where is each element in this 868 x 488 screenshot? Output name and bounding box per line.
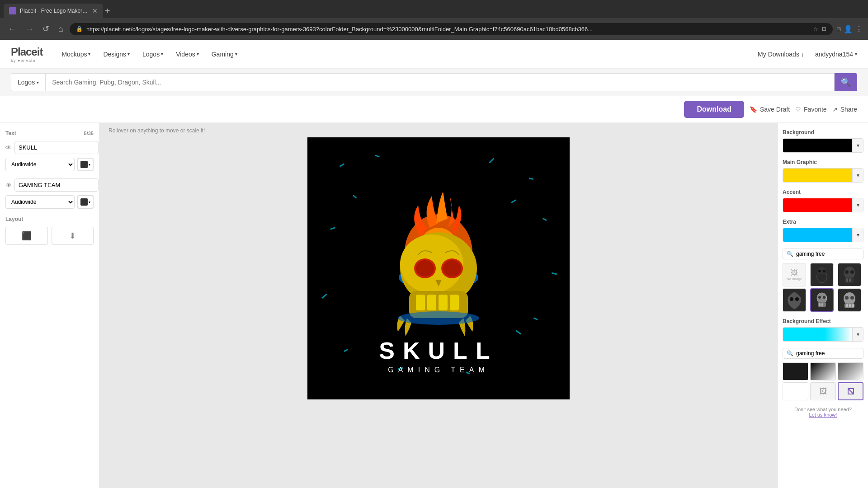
skull-graphic bbox=[397, 232, 479, 336]
graphic-thumb-3[interactable] bbox=[783, 288, 806, 312]
layout-buttons: ⬛ ⬇ bbox=[5, 227, 94, 245]
profile-icon[interactable]: 👤 bbox=[844, 25, 853, 33]
layout-left-icon: ⬛ bbox=[22, 231, 32, 241]
main-graphic-arrow[interactable]: ▾ bbox=[852, 169, 863, 182]
char-count: 5/35 bbox=[84, 131, 94, 136]
tab-favicon bbox=[9, 7, 16, 14]
share-icon: ↗ bbox=[832, 106, 838, 113]
dont-see-text: Don't see what you need? bbox=[783, 407, 863, 412]
svg-point-45 bbox=[818, 296, 821, 299]
logo-byline: by ●envato bbox=[11, 58, 42, 63]
text-section-header: Text 5/35 bbox=[5, 130, 94, 136]
nav-back-button[interactable]: ← bbox=[5, 23, 19, 36]
accent-arrow[interactable]: ▾ bbox=[852, 198, 863, 212]
main-graphic-color-row[interactable]: ▾ bbox=[783, 168, 863, 183]
graphic-thumb-no-image[interactable]: 🖼 No Image bbox=[783, 263, 806, 286]
svg-rect-29 bbox=[439, 295, 448, 310]
background-color-row[interactable]: ▾ bbox=[783, 138, 863, 153]
svg-rect-2 bbox=[489, 158, 494, 163]
nav-refresh-button[interactable]: ↺ bbox=[40, 22, 52, 36]
nav-item-logos[interactable]: Logos ▾ bbox=[142, 49, 164, 60]
search-input[interactable] bbox=[45, 73, 835, 91]
layout-section: Layout ⬛ ⬇ bbox=[5, 216, 94, 245]
extra-arrow[interactable]: ▾ bbox=[852, 228, 863, 242]
svg-rect-39 bbox=[846, 278, 848, 282]
layout-section-header: Layout bbox=[5, 216, 94, 222]
text2-color-btn[interactable]: ▾ bbox=[77, 195, 94, 209]
svg-rect-4 bbox=[330, 227, 335, 230]
nav-home-button[interactable]: ⌂ bbox=[56, 23, 66, 36]
svg-rect-5 bbox=[542, 218, 547, 221]
bg-effect-arrow[interactable]: ▾ bbox=[852, 328, 863, 341]
accent-section: Accent ▾ bbox=[783, 189, 863, 212]
svg-point-52 bbox=[850, 296, 854, 300]
svg-point-31 bbox=[398, 311, 479, 325]
svg-rect-14 bbox=[533, 317, 538, 320]
graphic-thumb-2[interactable] bbox=[838, 263, 861, 286]
nav-item-gaming[interactable]: Gaming ▾ bbox=[211, 49, 238, 60]
tab-close-icon[interactable]: ✕ bbox=[92, 7, 98, 14]
text2-input[interactable] bbox=[14, 178, 99, 192]
palette-swatch-6[interactable] bbox=[838, 382, 863, 400]
graphic-search-input[interactable] bbox=[796, 251, 859, 257]
layout-left-button[interactable]: ⬛ bbox=[5, 227, 48, 245]
palette-swatch-3[interactable] bbox=[838, 362, 863, 380]
menu-icon[interactable]: ⋮ bbox=[855, 25, 863, 33]
nav-forward-button[interactable]: → bbox=[23, 23, 36, 36]
text1-input[interactable] bbox=[14, 141, 99, 154]
extra-label: Extra bbox=[783, 219, 863, 225]
canvas-area: Rollover on anything to move or scale it… bbox=[99, 123, 778, 488]
svg-rect-13 bbox=[511, 199, 516, 203]
text2-font-select[interactable]: Audiowide bbox=[5, 195, 75, 209]
search-button[interactable]: 🔍 bbox=[835, 73, 857, 91]
svg-point-25 bbox=[443, 260, 461, 277]
main-graphic-label: Main Graphic bbox=[783, 159, 863, 165]
graphic-thumb-4[interactable] bbox=[810, 288, 834, 312]
url-display[interactable]: https://placeit.net/c/logos/stages/free-… bbox=[86, 26, 810, 33]
share-button[interactable]: ↗ Share bbox=[832, 106, 857, 113]
user-menu[interactable]: andyydna154 ▾ bbox=[815, 51, 857, 58]
favorite-button[interactable]: ♡ Favorite bbox=[795, 106, 827, 113]
text1-eye-icon[interactable]: 👁 bbox=[5, 144, 12, 151]
logo-canvas: SKULL GAMING TEAM bbox=[307, 137, 570, 399]
graphic-thumb-5[interactable] bbox=[838, 288, 861, 312]
user-chevron-icon: ▾ bbox=[855, 52, 857, 56]
svg-point-42 bbox=[795, 297, 799, 301]
search-bar: Logos ▾ 🔍 bbox=[0, 69, 868, 96]
download-arrow-icon: ↓ bbox=[801, 51, 804, 58]
nav-item-videos[interactable]: Videos ▾ bbox=[175, 49, 200, 60]
palette-swatch-2[interactable] bbox=[810, 362, 836, 380]
extra-color-row[interactable]: ▾ bbox=[783, 228, 863, 242]
url-reader-icon[interactable]: ⊡ bbox=[822, 26, 826, 32]
bg-effect-color-row[interactable]: ▾ bbox=[783, 327, 863, 342]
new-tab-button[interactable]: + bbox=[105, 6, 110, 16]
chevron-down-icon: ▾ bbox=[127, 52, 130, 56]
nav-item-designs[interactable]: Designs ▾ bbox=[102, 49, 131, 60]
my-downloads-link[interactable]: My Downloads ↓ bbox=[758, 51, 804, 58]
graphic-thumb-grid: 🖼 No Image bbox=[783, 263, 863, 312]
palette-swatch-1[interactable] bbox=[783, 362, 808, 380]
graphic-thumb-1[interactable] bbox=[810, 263, 834, 286]
active-tab: Placeit - Free Logo Maker with... ✕ bbox=[4, 4, 103, 18]
accent-color-row[interactable]: ▾ bbox=[783, 198, 863, 212]
text1-color-btn[interactable]: ▾ bbox=[77, 158, 94, 171]
search-category-select[interactable]: Logos ▾ bbox=[11, 73, 45, 91]
palette-swatch-4[interactable] bbox=[783, 382, 808, 400]
palette-swatch-5[interactable]: 🖼 bbox=[810, 382, 836, 400]
download-button[interactable]: Download bbox=[684, 101, 744, 118]
text2-eye-icon[interactable]: 👁 bbox=[5, 182, 12, 189]
text1-font-select[interactable]: Audiowide bbox=[5, 158, 75, 171]
text2-font-row: Audiowide ▾ bbox=[5, 195, 94, 209]
url-star-icon[interactable]: ☆ bbox=[813, 26, 818, 32]
nav-item-mockups[interactable]: Mockups ▾ bbox=[61, 49, 91, 60]
toolbar: Download 🔖 Save Draft ♡ Favorite ↗ Share bbox=[0, 96, 868, 123]
bg-search-input[interactable] bbox=[796, 350, 859, 357]
background-color-arrow[interactable]: ▾ bbox=[852, 139, 863, 152]
layout-center-button[interactable]: ⬇ bbox=[52, 227, 94, 245]
save-draft-button[interactable]: 🔖 Save Draft bbox=[750, 106, 790, 113]
bg-search-box: 🔍 bbox=[783, 348, 863, 359]
let-us-know-link[interactable]: Let us know! bbox=[783, 412, 863, 418]
left-panel: Text 5/35 👁 Audiowide ▾ bbox=[0, 123, 99, 488]
extensions-icon[interactable]: ⧈ bbox=[836, 25, 841, 33]
main-content: Text 5/35 👁 Audiowide ▾ bbox=[0, 123, 868, 488]
